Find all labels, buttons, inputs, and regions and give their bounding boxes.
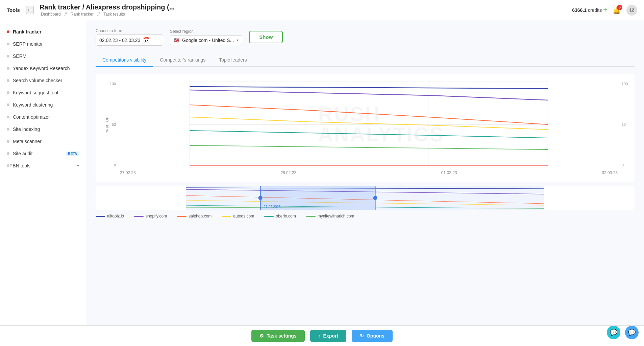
avatar-button[interactable]: 12 <box>626 5 637 16</box>
sidebar-label-keyword-clustering: Keyword clustering <box>13 102 79 108</box>
legend-color-oberlo <box>264 216 274 217</box>
sidebar-label-rank-tracker: Rank tracker <box>13 29 79 34</box>
sidebar-label-pbn-tools: PBN tools <box>9 163 77 168</box>
region-text: Google.com - United S... <box>182 38 234 43</box>
tools-label: Tools <box>7 7 20 13</box>
chart-line-orange <box>190 105 548 124</box>
legend-label-autods: autods.com <box>233 214 254 218</box>
export-label: Export <box>323 333 338 339</box>
sidebar-dot-content-optimizer <box>7 116 9 118</box>
mini-chart-svg: 27.02.2023 <box>96 186 635 210</box>
sidebar-dot-search-volume <box>7 79 9 82</box>
legend-item-salehoo: salehoo.com <box>177 214 212 218</box>
sidebar-label-site-audit: Site audit <box>13 151 63 156</box>
back-button[interactable]: ← <box>26 6 33 14</box>
notification-badge: 5 <box>617 5 622 10</box>
region-flag-icon: 🇺🇸 <box>174 38 179 43</box>
mini-chart-left-handle[interactable] <box>258 196 263 200</box>
sidebar-item-content-optimizer[interactable]: Content optimizer <box>0 111 86 123</box>
chat-bubble[interactable]: 💬 <box>607 326 620 339</box>
credits-value: 6366.1 <box>572 7 587 13</box>
tab-competitor-visibility[interactable]: Competitor's visibility <box>96 54 153 67</box>
task-settings-label: Task settings <box>267 333 296 339</box>
sidebar-label-search-volume: Search volume checker <box>13 78 79 83</box>
sidebar-dot-pbn-tools <box>7 164 9 167</box>
sidebar-item-search-volume[interactable]: Search volume checker <box>0 74 86 87</box>
sidebar-label-serm: SERM <box>13 53 79 59</box>
sidebar-item-serm[interactable]: SERM <box>0 50 86 62</box>
credits-display: 6366.1 credits + <box>572 6 607 14</box>
content-area: Choose a term 02.02.23 - 02.03.23 📅 Sele… <box>86 20 644 325</box>
chart-line-purple <box>190 90 548 100</box>
x-label-4: 02.03.23 <box>602 170 618 175</box>
chart-line-green <box>190 145 548 149</box>
term-label: Choose a term <box>96 28 163 33</box>
sidebar-dot-yandex <box>7 67 9 70</box>
chart-svg-area: RUSH ANALYTICS <box>119 80 619 168</box>
tabs-row: Competitor's visibility Competitor's ran… <box>96 54 635 67</box>
bottom-toolbar: ⚙ Task settings ↑ Export ↻ Options <box>0 325 644 346</box>
chart-container: 100 % of TOP 50 0 <box>96 74 635 182</box>
sidebar-label-site-indexing: Site indexing <box>13 126 79 132</box>
sidebar-item-serp-monitor[interactable]: SERP monitor <box>0 38 86 50</box>
sidebar-dot-serp-monitor <box>7 43 9 45</box>
y-tick-100: 100 <box>110 82 116 86</box>
y-tick-right-50: 50 <box>622 122 628 126</box>
sidebar-dot-rank-tracker <box>7 30 9 33</box>
x-axis-labels: 27.02.23 28.02.23 01.03.23 02.03.23 <box>120 170 618 175</box>
calendar-icon[interactable]: 📅 <box>143 37 150 43</box>
legend-item-alitoolz: alitoolz.io <box>96 214 124 218</box>
sidebar-item-site-audit[interactable]: Site audit BETA <box>0 147 86 160</box>
sidebar-item-yandex-keyword[interactable]: Yandex Keyword Research <box>0 62 86 74</box>
legend-color-mylife <box>306 216 316 217</box>
breadcrumb-task-results[interactable]: Task results <box>103 12 125 17</box>
task-settings-button[interactable]: ⚙ Task settings <box>251 330 304 342</box>
sidebar-item-keyword-suggest[interactable]: Keyword suggest tool <box>0 87 86 99</box>
sidebar-item-rank-tracker[interactable]: Rank tracker <box>0 26 86 38</box>
legend-item-mylife: mynifewitharich.com <box>306 214 354 218</box>
sidebar-item-keyword-clustering[interactable]: Keyword clustering <box>0 99 86 111</box>
main-chart-svg <box>119 80 619 168</box>
pbn-tools-chevron-icon: ▾ <box>77 163 79 168</box>
y-tick-right-0: 0 <box>622 163 628 167</box>
legend-item-oberlo: oberlo.com <box>264 214 296 218</box>
sidebar-dot-site-indexing <box>7 128 9 131</box>
mini-chart-container: 27.02.2023 <box>96 186 635 210</box>
chart-line-teal <box>190 131 548 138</box>
tab-topic-leaders[interactable]: Topic leaders <box>212 54 254 67</box>
filter-row: Choose a term 02.02.23 - 02.03.23 📅 Sele… <box>96 28 635 46</box>
add-credits-button[interactable]: + <box>603 6 607 14</box>
sidebar: Rank tracker SERP monitor SERM Yandex Ke… <box>0 20 86 325</box>
region-chevron-icon: ▾ <box>237 38 239 43</box>
legend-item-autods: autods.com <box>222 214 254 218</box>
gear-icon: ⚙ <box>259 333 264 339</box>
mini-chart-right-handle[interactable] <box>373 196 377 200</box>
breadcrumb-dashboard[interactable]: Dashboard <box>41 12 61 17</box>
notifications-button[interactable]: 🔔 5 <box>613 6 621 14</box>
x-label-2: 28.02.23 <box>280 170 296 175</box>
sidebar-item-meta-scanner[interactable]: Meta scanner <box>0 135 86 147</box>
sidebar-label-keyword-suggest: Keyword suggest tool <box>13 90 79 95</box>
date-input-wrapper[interactable]: 02.02.23 - 02.03.23 📅 <box>96 34 163 46</box>
y-tick-50: 50 <box>112 122 116 126</box>
y-tick-right-100: 100 <box>622 82 628 86</box>
region-select[interactable]: 🇺🇸 Google.com - United S... ▾ <box>170 35 242 45</box>
legend-label-alitoolz: alitoolz.io <box>107 214 124 218</box>
region-filter-group: Select region 🇺🇸 Google.com - United S..… <box>170 29 242 45</box>
legend-label-salehoo: salehoo.com <box>189 214 212 218</box>
export-button[interactable]: ↑ Export <box>310 330 346 342</box>
tab-competitor-rankings[interactable]: Competitor's rankings <box>153 54 212 67</box>
y-axis-label: % of TOP <box>105 116 109 132</box>
options-button[interactable]: ↻ Options <box>352 330 393 342</box>
options-label: Options <box>367 333 385 339</box>
credits-label: credits <box>588 7 602 13</box>
legend-color-autods <box>222 216 231 217</box>
sidebar-item-pbn-tools[interactable]: PBN tools ▾ <box>0 160 86 172</box>
sidebar-dot-meta-scanner <box>7 140 9 143</box>
export-icon: ↑ <box>318 333 321 339</box>
show-button[interactable]: Show <box>249 31 283 43</box>
breadcrumb-rank-tracker[interactable]: Rank tracker <box>71 12 94 17</box>
sidebar-item-site-indexing[interactable]: Site indexing <box>0 123 86 135</box>
support-bubble[interactable]: 💬 <box>625 326 639 339</box>
x-label-1: 27.02.23 <box>120 170 136 175</box>
